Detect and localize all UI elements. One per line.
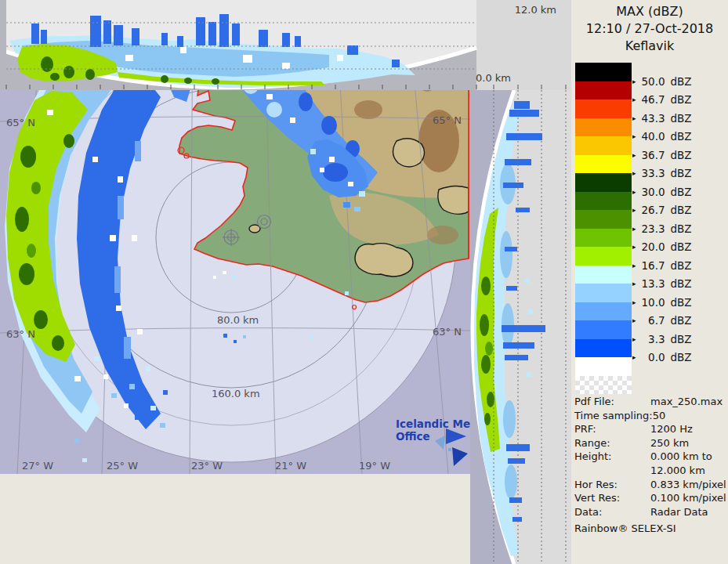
legend-label-num: 46.7 — [639, 93, 665, 106]
legend-label-arrow: ▸ — [632, 151, 636, 159]
legend-label: ▸36.7dBZ — [632, 148, 692, 162]
metadata-value: 0.833 km/pixel — [650, 479, 726, 490]
legend-label-unit: dBZ — [671, 240, 692, 253]
legend-label-num: 33.3 — [639, 167, 665, 179]
legend-band — [575, 357, 632, 376]
map-grid-label: 19° W — [359, 460, 390, 472]
legend-band — [575, 155, 632, 174]
legend-label: ▸23.3dBZ — [632, 222, 692, 236]
metadata-row: Data:Radar Data — [574, 505, 726, 519]
legend-label-arrow: ▸ — [632, 206, 636, 214]
legend-label: ▸26.7dBZ — [632, 203, 692, 217]
legend-label-unit: dBZ — [671, 314, 692, 327]
legend-label-unit: dBZ — [671, 296, 692, 309]
legend-label-num: 40.0 — [639, 130, 665, 143]
legend-band — [575, 266, 632, 284]
legend-label-arrow: ▸ — [632, 188, 636, 196]
legend-label-arrow: ▸ — [632, 169, 636, 177]
legend-label: ▸3.3dBZ — [632, 332, 692, 346]
color-legend — [575, 63, 632, 394]
legend-label-arrow: ▸ — [632, 262, 636, 269]
legend-band — [575, 173, 632, 192]
legend-band — [575, 192, 632, 211]
metadata-value: 12.000 km — [650, 465, 705, 476]
legend-label: ▸46.7dBZ — [632, 92, 692, 107]
legend-label-num: 0.0 — [639, 351, 665, 363]
metadata-row: Vert Res:0.100 km/pixel — [574, 491, 726, 505]
legend-label-arrow: ▸ — [632, 298, 636, 306]
legend-band — [575, 118, 632, 137]
metadata-row: Hor Res:0.833 km/pixel — [574, 478, 726, 492]
metadata-label: Height: — [574, 450, 650, 464]
metadata-value: Radar Data — [650, 506, 708, 518]
legend-band — [575, 339, 632, 358]
legend-label-arrow: ▸ — [632, 353, 636, 361]
legend-label-arrow: ▸ — [632, 316, 636, 324]
legend-label-num: 10.0 — [639, 296, 665, 309]
legend-label: ▸40.0dBZ — [632, 129, 692, 143]
height-axis-max-label: 12.0 km — [515, 4, 556, 16]
metadata-row: PRF:1200 Hz — [574, 422, 726, 436]
legend-label: ▸50.0dBZ — [632, 74, 692, 89]
product-datetime: 12:10 / 27-Oct-2018 — [571, 20, 728, 38]
metadata-label: Hor Res: — [574, 478, 650, 492]
map-grid-label: 65° N — [433, 114, 462, 126]
map-grid-label: 80.0 km — [217, 314, 259, 326]
legend-label: ▸6.7dBZ — [632, 313, 692, 327]
metadata-row: Pdf File:max_250.max — [574, 395, 726, 409]
legend-label-unit: dBZ — [671, 259, 692, 272]
legend-band — [575, 302, 632, 321]
legend-label-unit: dBZ — [671, 167, 692, 179]
metadata-label: Vert Res: — [574, 491, 650, 505]
legend-label-unit: dBZ — [671, 204, 692, 216]
map-grid-label: 27° W — [22, 460, 53, 472]
legend-label: ▸10.0dBZ — [632, 295, 692, 309]
metadata-value: 50 — [653, 410, 666, 421]
side-profile-plot — [470, 90, 571, 564]
map-grid-label: 21° W — [275, 460, 306, 472]
legend-label-arrow: ▸ — [632, 225, 636, 233]
legend-label: ▸16.7dBZ — [632, 258, 692, 273]
legend-label-num: 23.3 — [639, 222, 665, 235]
legend-label-unit: dBZ — [671, 186, 692, 198]
legend-label-num: 43.3 — [639, 112, 665, 125]
metadata-label: Data: — [574, 505, 650, 519]
product-title: MAX (dBZ) — [571, 3, 728, 20]
metadata-value: 1200 Hz — [650, 423, 693, 435]
metadata-rows: Pdf File:max_250.maxTime sampling:50PRF:… — [574, 395, 726, 519]
metadata-value: 250 km — [650, 437, 689, 449]
radar-display-window: 12.0 km 0.0 km — [0, 0, 728, 564]
legend-label-arrow: ▸ — [632, 280, 636, 287]
legend-label-unit: dBZ — [671, 130, 692, 143]
legend-label-num: 3.3 — [639, 333, 665, 345]
info-sidebar: MAX (dBZ) 12:10 / 27-Oct-2018 Keflavik P… — [571, 0, 728, 564]
legend-label-num: 36.7 — [639, 149, 665, 161]
map-grid-label: 160.0 km — [212, 388, 260, 400]
legend-label-unit: dBZ — [671, 333, 692, 345]
metadata-label: PRF: — [574, 422, 650, 436]
legend-label-num: 6.7 — [639, 314, 665, 327]
metadata-row: 12.000 km — [574, 464, 726, 478]
metadata-row: Height:0.000 km to — [574, 450, 726, 464]
product-title-block: MAX (dBZ) 12:10 / 27-Oct-2018 Keflavik — [571, 3, 728, 55]
legend-label-unit: dBZ — [671, 149, 692, 161]
map-grid-label: 65° N — [6, 117, 35, 128]
map-grid-label: 25° W — [107, 460, 138, 472]
legend-label: ▸43.3dBZ — [632, 111, 692, 125]
metadata-label: Pdf File: — [574, 395, 650, 409]
legend-band — [575, 320, 632, 339]
legend-label: ▸33.3dBZ — [632, 166, 692, 180]
legend-label-num: 13.3 — [639, 277, 665, 290]
legend-label-unit: dBZ — [671, 93, 692, 106]
legend-band — [575, 247, 632, 266]
metadata-row: Time sampling:50 — [574, 409, 726, 423]
top-profile-panel: 12.0 km 0.0 km — [0, 0, 571, 90]
legend-label: ▸20.0dBZ — [632, 240, 692, 254]
legend-band — [575, 136, 632, 155]
side-profile-panel — [470, 90, 571, 564]
legend-label: ▸0.0dBZ — [632, 350, 692, 364]
map-grid-label: 23° W — [191, 460, 223, 472]
legend-label-arrow: ▸ — [632, 78, 636, 85]
legend-label-num: 20.0 — [639, 240, 665, 253]
logo-arrows-icon — [432, 427, 469, 472]
